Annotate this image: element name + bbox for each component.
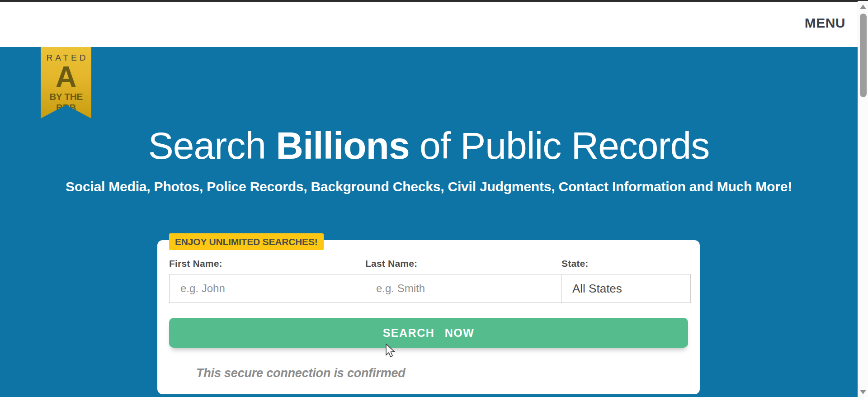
- scrollbar[interactable]: [858, 1, 868, 397]
- last-name-label: Last Name:: [365, 258, 561, 269]
- secure-connection-note: This secure connection is confirmed: [196, 366, 688, 380]
- last-name-input[interactable]: [365, 274, 561, 303]
- state-label: State:: [561, 258, 691, 269]
- menu-button[interactable]: MENU: [805, 15, 845, 31]
- search-fields: First Name: Last Name: State: All States: [169, 258, 688, 303]
- page: MENU RATED A BY THE BBB Search Billions …: [0, 0, 868, 397]
- scrollbar-down-arrow-icon[interactable]: [860, 390, 866, 394]
- site-header: MENU: [0, 2, 868, 47]
- title-bold: Billions: [276, 124, 409, 167]
- state-select[interactable]: All States: [561, 274, 691, 303]
- page-title: Search Billions of Public Records: [0, 127, 858, 165]
- title-prefix: Search: [148, 124, 276, 167]
- scrollbar-thumb[interactable]: [860, 14, 867, 97]
- top-border: [0, 0, 868, 2]
- hero-section: RATED A BY THE BBB Search Billions of Pu…: [0, 47, 868, 397]
- promo-badge: ENJOY UNLIMITED SEARCHES!: [169, 233, 324, 250]
- ribbon-grade: A: [41, 64, 91, 90]
- search-now-button[interactable]: SEARCH NOW: [169, 318, 688, 348]
- last-name-field: Last Name:: [365, 258, 561, 303]
- search-card: ENJOY UNLIMITED SEARCHES! First Name: La…: [157, 240, 700, 394]
- first-name-label: First Name:: [169, 258, 365, 269]
- first-name-field: First Name:: [169, 258, 365, 303]
- first-name-input[interactable]: [169, 274, 365, 303]
- state-field: State: All States: [561, 258, 691, 303]
- bbb-rating-ribbon: RATED A BY THE BBB: [41, 47, 91, 118]
- hero-subtitle: Social Media, Photos, Police Records, Ba…: [0, 179, 858, 194]
- ribbon-by-label: BY THE BBB: [41, 91, 91, 113]
- title-suffix: of Public Records: [410, 124, 710, 167]
- scrollbar-up-arrow-icon[interactable]: [860, 5, 866, 9]
